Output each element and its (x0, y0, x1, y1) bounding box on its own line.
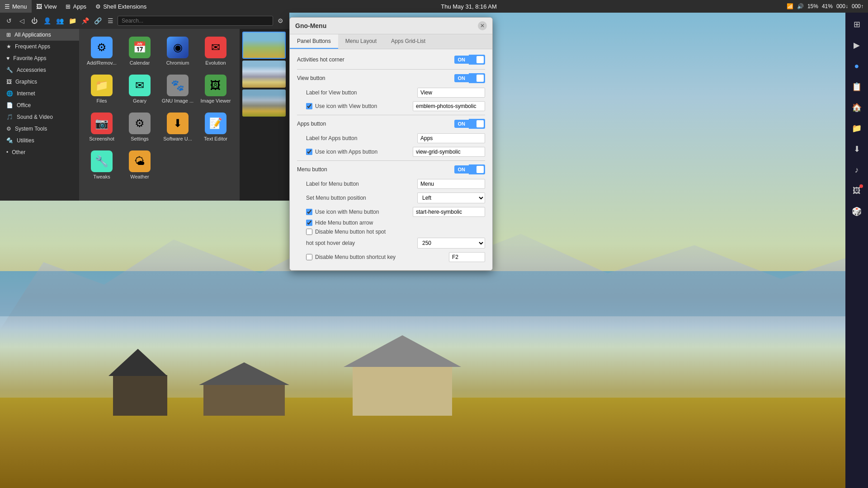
apps-button[interactable]: ⊞ Apps (61, 0, 91, 13)
menu-use-icon-checkbox[interactable] (306, 209, 312, 215)
menu-toolbar: ↺ ◁ ⏻ 👤 👥 📁 📌 🔗 ☰ ⚙ (0, 13, 289, 29)
menu-toggle-track[interactable] (469, 164, 485, 174)
sidebar-item-graphics[interactable]: 🖼 Graphics (0, 76, 79, 88)
app-settings-icon: ⚙ (129, 113, 151, 134)
edge-music[interactable]: ♪ (847, 160, 867, 180)
signal3: 000↑ (852, 3, 863, 9)
app-imageviewer[interactable]: 🖼 Image Viewer (198, 71, 234, 108)
view-icon-input[interactable] (413, 101, 485, 111)
app-settings-label: Settings (131, 136, 149, 142)
apps-toggle-track[interactable] (469, 119, 485, 129)
menu-hide-arrow-checkbox[interactable] (306, 220, 312, 226)
app-evolution[interactable]: ✉ Evolution (198, 33, 234, 70)
view-toggle-track[interactable] (469, 73, 485, 83)
app-tweaks-label: Tweaks (93, 174, 110, 180)
edge-image[interactable]: 🖼 (847, 181, 867, 201)
app-addremove[interactable]: ⚙ Add/Remov... (84, 33, 120, 70)
edge-arrow-button[interactable]: ▶ (847, 35, 867, 55)
menu-button[interactable]: ☰ Menu (0, 0, 32, 13)
apps-button-toggle[interactable]: ON (454, 119, 486, 129)
dialog-content: Activities hot corner ON View button ON … (290, 49, 492, 270)
all-apps-label: All Applications (14, 32, 51, 38)
edge-folder[interactable]: 📁 (847, 118, 867, 138)
edge-blue-circle[interactable]: ● (847, 56, 867, 76)
app-files-icon: 📁 (91, 75, 113, 96)
menu-disable-hotspot-checkbox[interactable] (306, 229, 312, 235)
app-imageviewer-icon: 🖼 (205, 75, 226, 96)
apps-icon: ⊞ (66, 3, 71, 10)
toolbar-link[interactable]: 🔗 (92, 15, 103, 26)
menu-hover-delay-select[interactable]: 250 500 1000 (417, 238, 485, 249)
toolbar-undo[interactable]: ↺ (4, 15, 14, 26)
app-calendar[interactable]: 📅 Calendar (122, 33, 158, 70)
sidebar-item-sound[interactable]: 🎵 Sound & Video (0, 111, 79, 123)
signal2: 000↓ (836, 3, 848, 9)
toolbar-user1[interactable]: 👤 (42, 15, 52, 26)
wifi-icon: 📶 (787, 3, 793, 9)
edge-home[interactable]: 🏠 (847, 98, 867, 117)
apps-use-icon-row: Use icon with Apps button (297, 147, 485, 157)
edge-download[interactable]: ⬇ (847, 139, 867, 159)
edge-game[interactable]: 🎲 (847, 202, 867, 221)
view-button-toggle[interactable]: ON (454, 73, 486, 83)
app-weather[interactable]: 🌤 Weather (122, 147, 158, 183)
thumb-2[interactable] (242, 61, 286, 88)
edge-clipboard[interactable]: 📋 (847, 77, 867, 97)
app-texteditor-icon: 📝 (205, 113, 226, 134)
menu-icon-input[interactable] (413, 207, 485, 217)
sidebar-item-frequent[interactable]: ★ Frequent Apps (0, 41, 79, 52)
apps-toggle-thumb (476, 120, 484, 127)
internet-label: Internet (17, 90, 35, 97)
sidebar-item-internet[interactable]: 🌐 Internet (0, 88, 79, 99)
menu-search-input[interactable] (118, 16, 273, 26)
app-chromium[interactable]: ◉ Chromium (160, 33, 196, 70)
sidebar-item-all[interactable]: ⊞ All Applications (0, 29, 79, 41)
view-use-icon-checkbox[interactable] (306, 103, 312, 109)
apps-icon-input[interactable] (413, 147, 485, 157)
view-button[interactable]: 🖼 View (32, 0, 61, 13)
menu-label-input[interactable] (417, 179, 485, 189)
sidebar-item-favorite[interactable]: ♥ Favorite Apps (0, 52, 79, 64)
dialog-close-button[interactable]: ✕ (478, 21, 487, 30)
sidebar-item-utilities[interactable]: 🔩 Utilities (0, 135, 79, 146)
toolbar-power[interactable]: ⏻ (29, 15, 40, 26)
toolbar-list[interactable]: ☰ (105, 15, 116, 26)
apps-use-icon-checkbox[interactable] (306, 149, 312, 155)
thumb-1[interactable] (242, 32, 286, 59)
edge-grid-button[interactable]: ⊞ (847, 14, 867, 34)
menu-disable-shortcut-checkbox[interactable] (306, 254, 312, 260)
tab-panel-buttons[interactable]: Panel Buttons (290, 34, 338, 49)
app-files[interactable]: 📁 Files (84, 71, 120, 108)
app-addremove-label: Add/Remov... (87, 60, 117, 66)
sidebar-item-other[interactable]: • Other (0, 146, 79, 158)
sidebar-item-office[interactable]: 📄 Office (0, 99, 79, 111)
activities-toggle-track[interactable] (469, 55, 485, 65)
menu-position-select[interactable]: Left Right Center (417, 192, 485, 203)
toolbar-user2[interactable]: 👥 (54, 15, 65, 26)
app-gimp[interactable]: 🐾 GNU Image ... (160, 71, 196, 108)
app-texteditor[interactable]: 📝 Text Editor (198, 109, 234, 145)
apps-label-input[interactable] (417, 133, 485, 143)
menu-toggle-on: ON (454, 165, 469, 174)
app-screenshot[interactable]: 📷 Screenshot (84, 109, 120, 145)
sidebar-item-system[interactable]: ⚙ System Tools (0, 123, 79, 135)
menu-button-toggle[interactable]: ON (454, 164, 486, 174)
toolbar-settings[interactable]: ⚙ (275, 15, 286, 26)
sound-label: Sound & Video (17, 114, 53, 120)
apps-toggle-on: ON (454, 120, 469, 128)
menu-shortcut-input[interactable] (449, 252, 485, 262)
tab-menu-layout[interactable]: Menu Layout (338, 34, 384, 49)
shell-button[interactable]: ⚙ Shell Extensions (91, 0, 151, 13)
thumb-3[interactable] (242, 89, 286, 117)
toolbar-pin[interactable]: 📌 (80, 15, 90, 26)
app-tweaks[interactable]: 🔧 Tweaks (84, 147, 120, 183)
view-label-input[interactable] (417, 88, 485, 98)
toolbar-back[interactable]: ◁ (16, 15, 27, 26)
app-settings[interactable]: ⚙ Settings (122, 109, 158, 145)
activities-toggle[interactable]: ON (454, 55, 486, 65)
sidebar-item-accessories[interactable]: 🔧 Accessories (0, 64, 79, 76)
app-software[interactable]: ⬇ Software U... (160, 109, 196, 145)
app-geary[interactable]: ✉ Geary (122, 71, 158, 108)
tab-apps-grid[interactable]: Apps Grid-List (384, 34, 433, 49)
toolbar-files[interactable]: 📁 (67, 15, 78, 26)
